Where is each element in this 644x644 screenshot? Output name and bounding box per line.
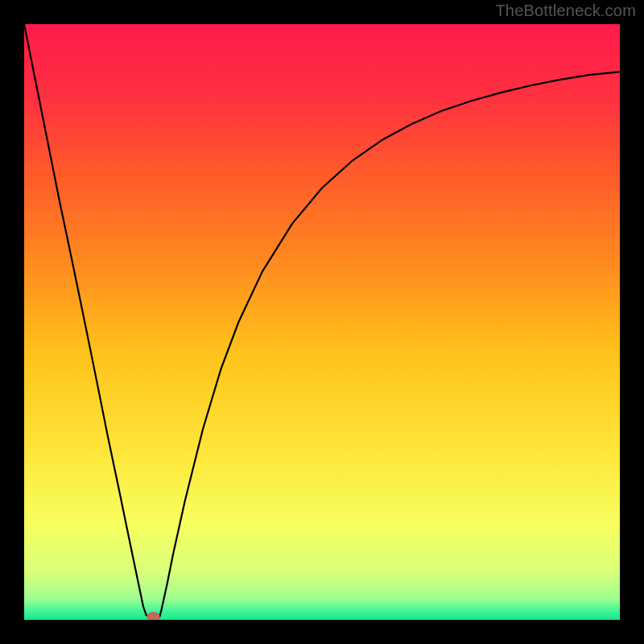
gradient-rect	[24, 24, 620, 620]
watermark-text: TheBottleneck.com	[495, 2, 636, 20]
chart-frame: TheBottleneck.com	[0, 0, 644, 644]
plot-area	[24, 24, 620, 620]
chart-svg	[24, 24, 620, 620]
